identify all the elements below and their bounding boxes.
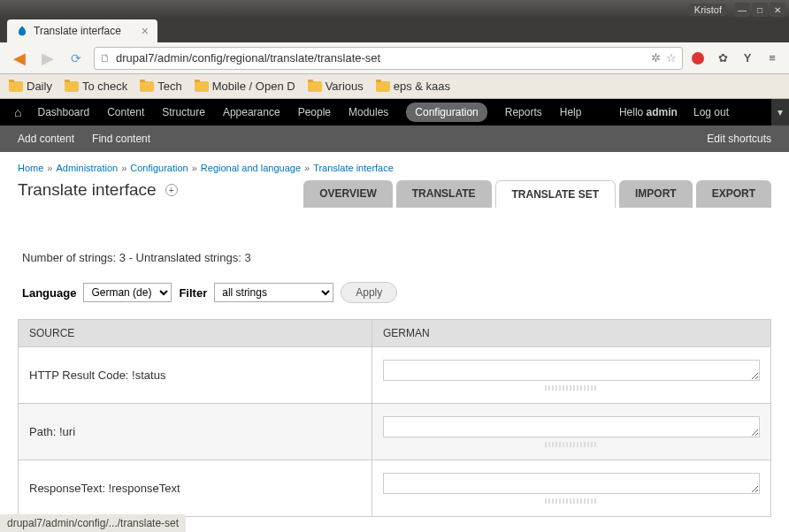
toolbar-dropdown[interactable]: ▾	[771, 99, 789, 125]
breadcrumb-link[interactable]: Translate interface	[313, 163, 394, 173]
language-label: Language	[22, 286, 76, 300]
language-select[interactable]: German (de)	[83, 283, 172, 302]
folder-icon	[140, 81, 154, 92]
source-cell: ResponseText: !responseText	[19, 460, 372, 517]
admin-menu-appearance[interactable]: Appearance	[223, 106, 280, 118]
translation-input[interactable]	[383, 360, 760, 381]
translation-input[interactable]	[383, 473, 760, 494]
tab-translate-set[interactable]: TRANSLATE SET	[495, 180, 616, 208]
col-source: SOURCE	[19, 320, 372, 347]
page-title: Translate interface	[18, 180, 157, 200]
translation-cell	[372, 404, 770, 460]
tabs: OVERVIEWTRANSLATETRANSLATE SETIMPORTEXPO…	[286, 180, 789, 208]
bookmark-label: Various	[326, 80, 364, 93]
breadcrumb-link[interactable]: Configuration	[130, 163, 188, 173]
strings-info: Number of strings: 3 - Untranslated stri…	[18, 251, 771, 264]
bookmark-label: Mobile / Open D	[212, 80, 295, 93]
folder-icon	[376, 81, 390, 92]
breadcrumb-link[interactable]: Administration	[56, 163, 118, 173]
bookmark-label: eps & kaas	[394, 80, 450, 93]
admin-menu-dashboard[interactable]: Dashboard	[37, 106, 89, 118]
admin-menu-help[interactable]: Help	[560, 106, 582, 118]
table-row: ResponseText: !responseText	[19, 460, 771, 517]
hello-user: Hello admin	[619, 106, 678, 118]
edit-shortcuts-link[interactable]: Edit shortcuts	[707, 133, 771, 145]
admin-menu-content[interactable]: Content	[107, 106, 144, 118]
translation-table: SOURCE GERMAN HTTP Result Code: !statusP…	[18, 319, 771, 517]
browser-chrome: Translate interface × ◀ ▶ ⟳ 🗋 ✲ ☆ ✿ Y ≡ …	[0, 19, 789, 99]
page-icon: 🗋	[100, 52, 111, 65]
url-bar[interactable]: 🗋 ✲ ☆	[94, 47, 683, 70]
compass-icon[interactable]: ✲	[651, 51, 661, 65]
browser-tab[interactable]: Translate interface ×	[7, 19, 157, 42]
settings-icon[interactable]: ✿	[715, 50, 731, 66]
window-titlebar: Kristof — □ ✕	[0, 0, 789, 19]
resize-grip[interactable]	[545, 498, 598, 504]
resize-grip[interactable]	[545, 442, 598, 447]
bookmark-folder[interactable]: Tech	[140, 80, 181, 93]
tab-import[interactable]: IMPORT	[619, 180, 693, 208]
menu-icon[interactable]: ≡	[764, 50, 780, 66]
admin-menu-reports[interactable]: Reports	[505, 106, 542, 118]
tab-translate[interactable]: TRANSLATE	[396, 180, 492, 208]
add-content-link[interactable]: Add content	[18, 133, 74, 145]
nav-bar: ◀ ▶ ⟳ 🗋 ✲ ☆ ✿ Y ≡	[0, 42, 789, 74]
shortcut-bar: Add content Find content Edit shortcuts	[0, 125, 789, 152]
col-target: GERMAN	[372, 320, 770, 347]
admin-menu-people[interactable]: People	[298, 106, 331, 118]
adblock-icon[interactable]	[690, 50, 706, 66]
breadcrumb-link[interactable]: Regional and language	[201, 163, 301, 173]
bookmark-folder[interactable]: To check	[65, 80, 127, 93]
bookmark-label: To check	[82, 80, 127, 93]
bookmark-folder[interactable]: Mobile / Open D	[195, 80, 295, 93]
window-maximize[interactable]: □	[752, 3, 768, 17]
table-row: HTTP Result Code: !status	[19, 347, 771, 404]
admin-menu-structure[interactable]: Structure	[162, 106, 205, 118]
source-cell: Path: !uri	[19, 404, 372, 460]
star-icon[interactable]: ☆	[666, 51, 677, 65]
bookmark-label: Tech	[157, 80, 181, 93]
breadcrumb: Home»Administration»Configuration»Region…	[0, 152, 789, 180]
bookmark-folder[interactable]: eps & kaas	[376, 80, 450, 93]
y-extension-icon[interactable]: Y	[739, 50, 755, 66]
folder-icon	[65, 81, 79, 92]
admin-toolbar: ⌂ DashboardContentStructureAppearancePeo…	[0, 99, 789, 125]
source-cell: HTTP Result Code: !status	[19, 347, 372, 404]
bookmark-label: Daily	[27, 80, 52, 93]
bookmark-folder[interactable]: Various	[308, 80, 364, 93]
back-button[interactable]: ◀	[9, 48, 30, 69]
tab-title: Translate interface	[34, 25, 121, 37]
bookmark-bar: DailyTo checkTechMobile / Open DVariouse…	[0, 74, 789, 99]
apply-button[interactable]: Apply	[341, 282, 397, 303]
folder-icon	[9, 81, 23, 92]
filter-select[interactable]: all strings	[214, 283, 333, 302]
add-shortcut-icon[interactable]: +	[165, 184, 178, 196]
bookmark-folder[interactable]: Daily	[9, 80, 52, 93]
window-user: Kristof	[689, 4, 727, 16]
window-close[interactable]: ✕	[770, 3, 785, 17]
reload-button[interactable]: ⟳	[65, 48, 87, 69]
resize-grip[interactable]	[545, 385, 598, 391]
tab-export[interactable]: EXPORT	[696, 180, 771, 208]
status-bar: drupal7/admin/config/.../translate-set	[0, 514, 186, 532]
window-minimize[interactable]: —	[734, 3, 750, 17]
url-input[interactable]	[116, 51, 646, 65]
forward-button: ▶	[37, 48, 58, 69]
home-icon[interactable]: ⌂	[14, 105, 21, 119]
tab-strip: Translate interface ×	[0, 19, 789, 42]
translation-input[interactable]	[383, 416, 760, 437]
find-content-link[interactable]: Find content	[92, 133, 150, 145]
folder-icon	[308, 81, 322, 92]
admin-menu-configuration[interactable]: Configuration	[406, 103, 486, 122]
tab-overview[interactable]: OVERVIEW	[303, 180, 392, 208]
logout-link[interactable]: Log out	[693, 106, 729, 118]
folder-icon	[195, 81, 209, 92]
tab-close-icon[interactable]: ×	[142, 24, 149, 38]
table-row: Path: !uri	[19, 404, 771, 460]
translation-cell	[372, 460, 770, 517]
drupal-favicon	[16, 25, 28, 37]
filter-row: Language German (de) Filter all strings …	[18, 282, 771, 303]
admin-menu-modules[interactable]: Modules	[349, 106, 388, 118]
breadcrumb-link[interactable]: Home	[18, 163, 43, 173]
content-area: Home»Administration»Configuration»Region…	[0, 152, 789, 532]
